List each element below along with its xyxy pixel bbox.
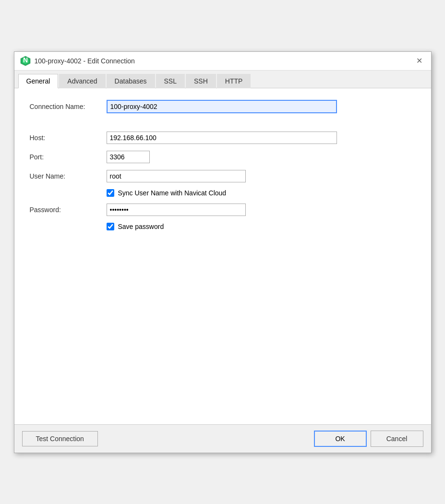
title-bar: N 100-proxy-4002 - Edit Connection ✕: [14, 52, 431, 71]
connection-name-row: Connection Name:: [30, 100, 416, 113]
tab-ssh[interactable]: SSH: [186, 74, 216, 88]
port-label: Port:: [30, 153, 107, 161]
host-input[interactable]: [107, 132, 337, 144]
title-bar-left: N 100-proxy-4002 - Edit Connection: [20, 56, 135, 66]
window-title: 100-proxy-4002 - Edit Connection: [35, 57, 135, 65]
host-label: Host:: [30, 134, 107, 142]
password-input[interactable]: [107, 204, 246, 216]
dialog-content: Connection Name: Host: Port: User Name: …: [14, 88, 431, 424]
port-row: Port:: [30, 151, 416, 163]
save-password-label: Save password: [118, 223, 164, 230]
sync-username-checkbox[interactable]: [107, 189, 114, 197]
host-row: Host:: [30, 132, 416, 144]
username-input[interactable]: [107, 170, 246, 182]
sync-username-label: Sync User Name with Navicat Cloud: [118, 189, 227, 197]
svg-text:N: N: [23, 56, 27, 64]
ok-button[interactable]: OK: [314, 431, 367, 447]
tab-general[interactable]: General: [18, 74, 59, 88]
tab-bar: General Advanced Databases SSL SSH HTTP: [14, 71, 431, 88]
tab-http[interactable]: HTTP: [217, 74, 251, 88]
tab-databases[interactable]: Databases: [107, 74, 155, 88]
app-icon: N: [20, 56, 31, 66]
connection-name-label: Connection Name:: [30, 103, 107, 110]
password-label: Password:: [30, 206, 107, 214]
sync-username-row: Sync User Name with Navicat Cloud: [107, 189, 416, 197]
footer-right: OK Cancel: [314, 431, 423, 447]
connection-name-input[interactable]: [107, 100, 337, 113]
close-button[interactable]: ✕: [413, 56, 425, 66]
test-connection-button[interactable]: Test Connection: [22, 431, 98, 446]
edit-connection-dialog: N 100-proxy-4002 - Edit Connection ✕ Gen…: [14, 51, 432, 453]
cancel-button[interactable]: Cancel: [371, 431, 423, 447]
save-password-checkbox[interactable]: [107, 223, 114, 230]
save-password-row: Save password: [107, 223, 416, 230]
dialog-footer: Test Connection OK Cancel: [14, 424, 431, 453]
tab-advanced[interactable]: Advanced: [59, 74, 105, 88]
password-row: Password:: [30, 204, 416, 216]
tab-ssl[interactable]: SSL: [156, 74, 185, 88]
port-input[interactable]: [107, 151, 150, 163]
username-row: User Name:: [30, 170, 416, 182]
username-label: User Name:: [30, 172, 107, 180]
